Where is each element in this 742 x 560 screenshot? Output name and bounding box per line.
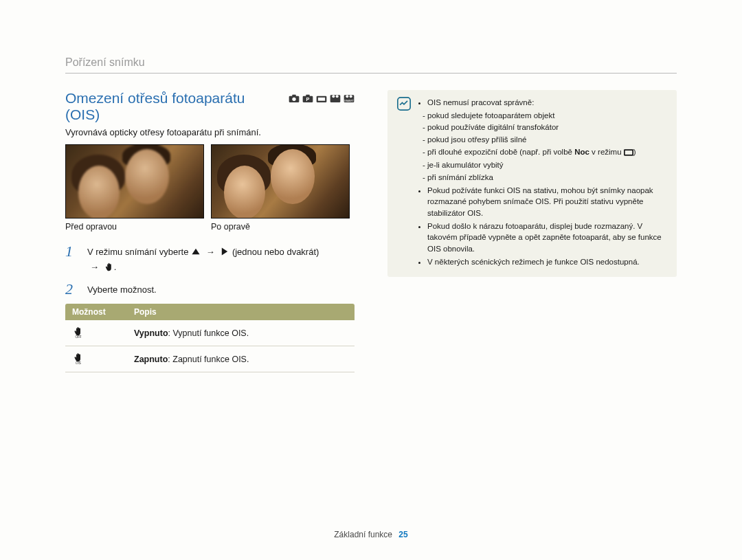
svg-point-14 — [350, 95, 352, 98]
table-row: OIS Zapnuto: Zapnutí funkce OIS. — [65, 346, 355, 372]
option-on-desc: Zapnuto: Zapnutí funkce OIS. — [127, 346, 355, 372]
before-photo-block: Před opravou — [65, 144, 203, 232]
after-caption: Po opravě — [211, 219, 348, 232]
title-row: Omezení otřesů fotoaparátu (OIS) P SMART — [65, 90, 355, 123]
header-description: Popis — [127, 304, 355, 320]
note-line-2: Pokud došlo k nárazu fotoaparátu, disple… — [427, 221, 667, 255]
scene-mode-icon — [316, 93, 327, 103]
up-icon — [191, 247, 201, 260]
example-photos: Před opravou Po opravě — [65, 144, 355, 232]
step-1-text: V režimu snímání vyberte → (jednou nebo … — [87, 244, 319, 275]
left-column: Omezení otřesů fotoaparátu (OIS) P SMART… — [65, 90, 355, 372]
option-off-icon-cell: OFF — [65, 320, 127, 346]
note-sub-4c: v režimu — [589, 148, 624, 156]
movie-icon — [330, 93, 341, 103]
manual-page: Pořízení snímku Omezení otřesů fotoapará… — [0, 0, 742, 560]
footer-label: Základní funkce — [334, 530, 392, 539]
note-sub-2: pokud používáte digitální transfokátor — [427, 122, 667, 133]
options-table: Možnost Popis OFF Vypnuto: Vypnutí funkc… — [65, 304, 355, 372]
scene-mode-icon — [624, 148, 633, 159]
steps-list: 1 V režimu snímání vyberte → (jednou neb… — [65, 244, 355, 297]
svg-rect-9 — [330, 95, 341, 102]
svg-rect-21 — [625, 150, 633, 155]
step-2: 2 Vyberte možnost. — [65, 282, 355, 297]
svg-point-11 — [336, 95, 339, 98]
after-photo-block: Po opravě — [211, 144, 348, 232]
step-number-1: 1 — [65, 244, 78, 259]
page-footer: Základní funkce 25 — [0, 530, 742, 539]
arrow-icon: → — [203, 247, 218, 257]
step-1-part-a: V režimu snímání vyberte — [87, 247, 188, 257]
svg-text:OIS: OIS — [76, 361, 81, 364]
svg-rect-7 — [318, 98, 326, 101]
note-badge-icon — [397, 97, 411, 269]
table-header-row: Možnost Popis — [65, 304, 355, 320]
step-1-part-b: (jednou nebo dvakrát) — [232, 247, 319, 257]
svg-text:OIS: OIS — [106, 270, 111, 271]
svg-rect-5 — [306, 95, 309, 97]
section-header: Pořízení snímku — [65, 56, 677, 74]
camera-icon — [289, 93, 300, 103]
ois-on-icon: OIS — [72, 352, 85, 364]
right-icon — [220, 247, 229, 260]
note-content: OIS nemusí pracovat správně: pokud sledu… — [418, 97, 667, 269]
note-sub-4: při dlouhé expoziční době (např. při vol… — [427, 146, 667, 159]
before-photo — [65, 144, 204, 219]
note-sub-3: pokud jsou otřesy příliš silné — [427, 134, 667, 146]
note-sub-5: je-li akumulátor vybitý — [427, 159, 667, 171]
header-option: Možnost — [65, 304, 127, 320]
note-sub-6: při snímání zblízka — [427, 172, 667, 183]
step-2-text: Vyberte možnost. — [87, 282, 157, 297]
subtitle-text: Vyrovnává opticky otřesy fotoaparátu při… — [65, 127, 355, 137]
note-line-1: Pokud požíváte funkci OIS na stativu, mo… — [427, 185, 667, 219]
svg-rect-2 — [292, 95, 295, 97]
ois-off-icon: OFF — [72, 326, 85, 338]
page-title: Omezení otřesů fotoaparátu (OIS) — [65, 90, 280, 123]
svg-text:P: P — [306, 96, 310, 102]
note-sub-4b: Noc — [574, 148, 589, 156]
option-on-icon-cell: OIS — [65, 346, 127, 372]
two-column-layout: Omezení otřesů fotoaparátu (OIS) P SMART… — [65, 90, 677, 372]
note-sub-1: pokud sledujete fotoaparátem objekt — [427, 110, 667, 122]
note-sub-4d: ) — [633, 148, 636, 156]
note-sub-4a: při dlouhé expoziční době (např. při vol… — [427, 148, 574, 156]
before-caption: Před opravou — [65, 219, 203, 232]
camera-p-icon: P — [302, 93, 313, 103]
option-off-rest: : Vypnutí funkce OIS. — [168, 328, 249, 338]
arrow-icon: → — [87, 262, 102, 272]
after-photo — [211, 144, 350, 219]
step-1: 1 V režimu snímání vyberte → (jednou neb… — [65, 244, 355, 275]
option-off-bold: Vypnuto — [134, 328, 168, 338]
note-box: OIS nemusí pracovat správně: pokud sledu… — [387, 90, 677, 277]
note-line-0: OIS nemusí pracovat správně: — [427, 97, 667, 109]
ois-hand-icon: OIS — [104, 262, 114, 276]
option-on-bold: Zapnuto — [134, 355, 168, 364]
option-on-rest: : Zapnutí funkce OIS. — [168, 355, 249, 364]
svg-point-10 — [332, 95, 335, 98]
svg-text:OFF: OFF — [76, 335, 82, 338]
svg-point-13 — [346, 95, 348, 98]
page-number: 25 — [394, 530, 407, 539]
table-row: OFF Vypnuto: Vypnutí funkce OIS. — [65, 320, 355, 346]
step-number-2: 2 — [65, 282, 78, 297]
mode-icons-group: P SMART — [289, 93, 355, 103]
option-off-desc: Vypnuto: Vypnutí funkce OIS. — [127, 320, 355, 346]
svg-point-1 — [292, 98, 295, 101]
svg-text:SMART: SMART — [344, 99, 354, 102]
right-column: OIS nemusí pracovat správně: pokud sledu… — [387, 90, 677, 372]
note-line-3: V některých scénických režimech je funkc… — [427, 256, 667, 268]
smart-mode-icon: SMART — [344, 93, 355, 103]
